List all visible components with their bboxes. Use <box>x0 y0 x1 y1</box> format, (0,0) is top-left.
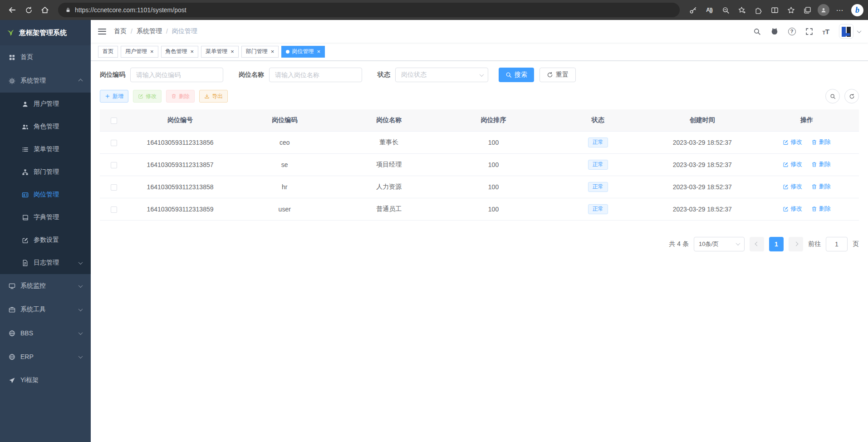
post-name-input[interactable] <box>269 68 362 82</box>
reset-button-label: 重置 <box>556 71 569 79</box>
sidebar-item-menu-mgmt[interactable]: 菜单管理 <box>0 138 91 161</box>
row-edit-link[interactable]: 修改 <box>783 138 802 146</box>
post-name-cell: 项目经理 <box>337 153 441 176</box>
row-checkbox[interactable] <box>111 206 117 213</box>
sidebar-item-user-mgmt[interactable]: 用户管理 <box>0 93 91 115</box>
reset-button[interactable]: 重置 <box>539 68 576 82</box>
sidebar-toggle-icon[interactable] <box>98 29 106 34</box>
post-code-cell: user <box>232 198 337 220</box>
avatar-dropdown-icon[interactable] <box>857 29 862 33</box>
sidebar-item-post-mgmt[interactable]: 岗位管理 <box>0 183 91 206</box>
goto-page-input[interactable] <box>826 237 848 251</box>
browser-home-button[interactable] <box>37 2 53 18</box>
magnifier-minus-icon <box>722 6 730 14</box>
prev-page-button[interactable] <box>750 237 764 251</box>
row-delete-link[interactable]: 删除 <box>811 160 831 168</box>
zoom-out-icon[interactable] <box>718 2 733 18</box>
tab-menu-mgmt[interactable]: 菜单管理× <box>201 46 239 58</box>
breadcrumb-system-mgmt[interactable]: 系统管理 <box>137 27 162 35</box>
sidebar-item-yi-framework[interactable]: Yi框架 <box>0 368 91 392</box>
toggle-search-button[interactable] <box>825 89 840 103</box>
bing-icon[interactable]: b <box>851 4 863 16</box>
browser-refresh-button[interactable] <box>21 2 36 18</box>
app-logo[interactable]: 意框架管理系统 <box>0 20 91 45</box>
post-code-input[interactable] <box>130 68 223 82</box>
collections-icon[interactable] <box>799 2 815 18</box>
github-icon[interactable] <box>770 27 779 35</box>
trash-icon <box>811 206 817 212</box>
password-key-icon[interactable] <box>685 2 701 18</box>
delete-button[interactable]: 删除 <box>166 90 195 103</box>
select-all-checkbox[interactable] <box>111 118 117 124</box>
edit-icon <box>138 93 143 99</box>
font-size-icon[interactable]: TT <box>823 28 829 35</box>
split-icon <box>771 6 779 14</box>
browser-menu-icon[interactable]: ⋯ <box>832 2 848 18</box>
home-icon <box>41 6 49 14</box>
sidebar-item-system-tools[interactable]: 系统工具 <box>0 298 91 321</box>
large-t-glyph: T <box>825 28 829 35</box>
fullscreen-icon[interactable] <box>805 28 813 35</box>
post-sort-cell: 100 <box>441 131 545 153</box>
tab-post-mgmt[interactable]: 岗位管理× <box>281 46 325 58</box>
row-delete-link[interactable]: 删除 <box>811 138 831 146</box>
sidebar-item-dept-mgmt[interactable]: 部门管理 <box>0 161 91 183</box>
address-bar[interactable]: https://ccnetcore.com:1101/system/post <box>58 3 680 17</box>
sidebar-item-erp[interactable]: ERP <box>0 345 91 368</box>
page-number-button[interactable]: 1 <box>769 237 784 251</box>
sidebar-item-role-mgmt[interactable]: 角色管理 <box>0 115 91 138</box>
book-icon <box>22 214 29 221</box>
next-page-button[interactable] <box>789 237 803 251</box>
user-avatar[interactable] <box>839 24 853 39</box>
row-delete-link[interactable]: 删除 <box>811 182 831 191</box>
sidebar-item-home[interactable]: 首页 <box>0 45 91 69</box>
row-checkbox[interactable] <box>111 162 117 168</box>
browser-back-button[interactable] <box>5 2 20 18</box>
sidebar-item-log-mgmt[interactable]: 日志管理 <box>0 251 91 274</box>
row-edit-link[interactable]: 修改 <box>783 182 802 191</box>
breadcrumb-home[interactable]: 首页 <box>114 27 127 35</box>
close-icon[interactable]: × <box>317 49 320 54</box>
row-checkbox[interactable] <box>111 184 117 191</box>
close-icon[interactable]: × <box>230 49 234 54</box>
row-delete-link[interactable]: 删除 <box>811 205 831 213</box>
status-select[interactable]: 岗位状态 <box>395 68 488 82</box>
post-name-label: 岗位名称 <box>239 71 264 79</box>
extensions-icon[interactable] <box>750 2 766 18</box>
browser-profile-button[interactable] <box>816 2 831 18</box>
row-checkbox[interactable] <box>111 140 117 146</box>
help-icon[interactable]: ? <box>788 28 796 35</box>
export-button[interactable]: 导出 <box>199 90 228 103</box>
sidebar-item-label: 系统管理 <box>20 77 46 85</box>
page-number: 1 <box>775 241 778 248</box>
row-edit-link[interactable]: 修改 <box>783 205 802 213</box>
page-size-select[interactable]: 10条/页 <box>694 237 745 251</box>
profile-avatar-icon <box>818 4 829 16</box>
sidebar-item-bbs[interactable]: BBS <box>0 321 91 345</box>
close-icon[interactable]: × <box>150 49 154 54</box>
close-icon[interactable]: × <box>271 49 275 54</box>
favorites-icon[interactable] <box>783 2 799 18</box>
tab-user-mgmt[interactable]: 用户管理× <box>121 46 158 58</box>
close-icon[interactable]: × <box>191 49 194 54</box>
read-aloud-icon[interactable]: A)) <box>701 2 717 18</box>
sidebar-item-system-mgmt[interactable]: 系统管理 <box>0 69 91 93</box>
breadcrumb-post-mgmt: 岗位管理 <box>172 27 197 35</box>
sidebar-item-param-settings[interactable]: 参数设置 <box>0 229 91 251</box>
tab-home[interactable]: 首页 <box>98 46 118 58</box>
edit-button-label: 修改 <box>146 93 157 100</box>
sidebar-item-dict-mgmt[interactable]: 字典管理 <box>0 206 91 229</box>
add-favorite-icon[interactable] <box>734 2 750 18</box>
header-search-icon[interactable] <box>753 28 761 35</box>
edit-button[interactable]: 修改 <box>133 90 162 103</box>
add-button[interactable]: 新增 <box>100 90 128 103</box>
split-screen-icon[interactable] <box>767 2 782 18</box>
trash-icon <box>171 93 177 99</box>
search-button[interactable]: 搜索 <box>499 68 534 82</box>
row-edit-link[interactable]: 修改 <box>783 160 802 168</box>
tab-dept-mgmt[interactable]: 部门管理× <box>241 46 279 58</box>
sidebar-item-system-monitor[interactable]: 系统监控 <box>0 274 91 298</box>
chevron-right-icon <box>794 242 798 246</box>
tab-role-mgmt[interactable]: 角色管理× <box>161 46 199 58</box>
refresh-table-button[interactable] <box>844 89 859 103</box>
